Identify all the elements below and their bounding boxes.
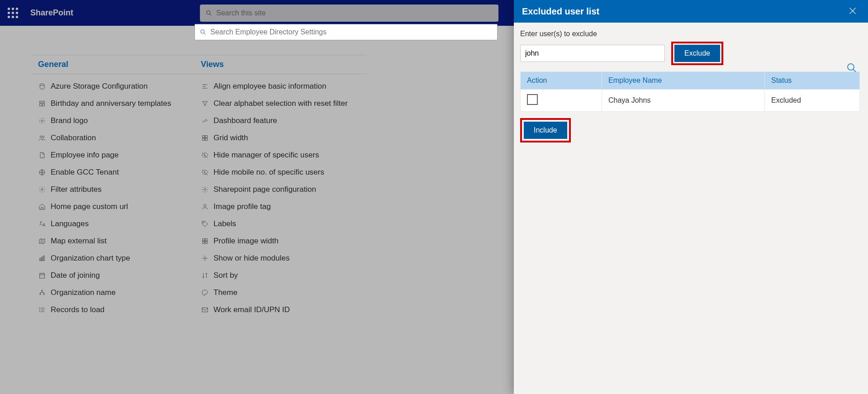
search-icon xyxy=(199,28,207,36)
include-button[interactable]: Include xyxy=(524,122,567,139)
svg-point-2 xyxy=(201,30,204,33)
panel-title: Excluded user list xyxy=(522,6,599,17)
excluded-users-table: Action Employee Name Status Chaya JohnsE… xyxy=(520,71,860,112)
exclude-user-input[interactable] xyxy=(520,45,665,62)
panel-close-button[interactable] xyxy=(845,4,860,19)
row-checkbox[interactable] xyxy=(527,94,538,105)
svg-line-3 xyxy=(204,33,206,35)
panel-search-icon[interactable] xyxy=(846,62,857,75)
svg-point-38 xyxy=(848,64,854,70)
include-button-highlight: Include xyxy=(520,118,571,142)
exclude-button-highlight: Exclude xyxy=(671,42,723,65)
svg-line-39 xyxy=(853,69,856,72)
settings-search-box[interactable] xyxy=(194,24,498,40)
settings-search-input[interactable] xyxy=(210,28,493,36)
table-header-name[interactable]: Employee Name xyxy=(602,72,765,90)
cell-status: Excluded xyxy=(765,90,860,112)
table-header-status[interactable]: Status xyxy=(765,72,860,90)
excluded-user-panel: Excluded user list Enter user(s) to excl… xyxy=(514,0,868,394)
cell-employee-name: Chaya Johns xyxy=(602,90,765,112)
exclude-button[interactable]: Exclude xyxy=(674,45,720,62)
table-header-action[interactable]: Action xyxy=(521,72,602,90)
table-row: Chaya JohnsExcluded xyxy=(521,90,860,112)
